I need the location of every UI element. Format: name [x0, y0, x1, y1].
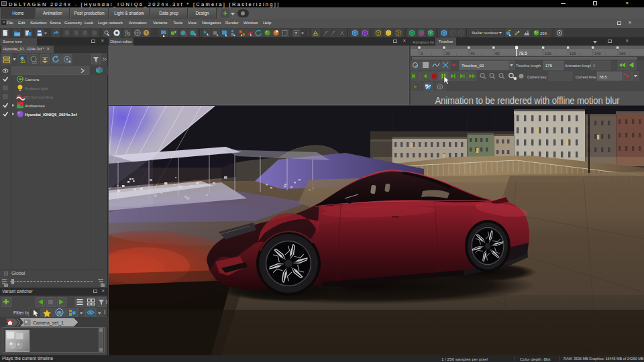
svg-text:160: 160	[619, 52, 627, 56]
svg-text:Animation length: Animation length	[565, 64, 592, 68]
svg-text:Stellar renderer: Stellar renderer	[472, 31, 498, 35]
svg-text:Camera_set_1: Camera_set_1	[33, 320, 64, 326]
svg-text:Ambient light: Ambient light	[25, 86, 48, 90]
svg-text:Timeline_02: Timeline_02	[462, 63, 484, 68]
svg-text:Timeline length: Timeline length	[516, 64, 541, 68]
svg-text:123: 123	[20, 60, 25, 64]
svg-text:78.5: 78.5	[519, 51, 527, 56]
svg-text:Current key: Current key	[527, 75, 547, 79]
svg-text:Camera: Camera	[25, 78, 40, 82]
svg-text:78.5: 78.5	[599, 75, 607, 79]
svg-text:175: 175	[545, 64, 553, 68]
svg-text:100: 100	[545, 52, 552, 56]
svg-text:(t): (t)	[57, 310, 62, 316]
svg-text:Current time: Current time	[576, 75, 596, 79]
svg-text:2D Surrounding: 2D Surrounding	[25, 95, 53, 99]
svg-text:123: 123	[32, 61, 38, 64]
svg-text:Hyundai_IONIQ6_2024x.3xf: Hyundai_IONIQ6_2024x.3xf	[25, 113, 78, 117]
svg-text:60: 60	[495, 52, 500, 56]
svg-text:299: 299	[540, 32, 547, 36]
svg-text:F: F	[626, 74, 629, 80]
svg-text:Ambiences: Ambiences	[25, 104, 45, 108]
svg-text:0: 0	[421, 52, 423, 56]
svg-text:140: 140	[594, 52, 602, 56]
svg-text:120: 120	[570, 52, 577, 56]
svg-text:20: 20	[445, 52, 450, 56]
svg-text:40: 40	[470, 52, 475, 56]
